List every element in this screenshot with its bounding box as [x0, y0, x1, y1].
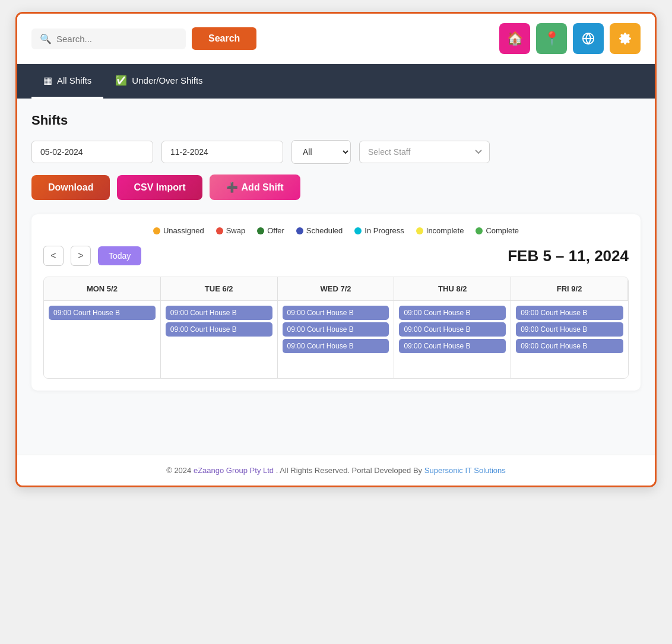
legend-unassigned: Unassigned: [153, 226, 204, 235]
legend-incomplete: Incomplete: [416, 226, 464, 235]
next-week-button[interactable]: >: [71, 246, 91, 266]
filters-row: All Select Staff: [31, 140, 641, 164]
day-header-thu: THU 8/2: [394, 277, 511, 301]
incomplete-dot: [416, 227, 423, 234]
legend-offer: Offer: [257, 226, 284, 235]
legend-swap: Swap: [216, 226, 246, 235]
day-header-tue: TUE 6/2: [161, 277, 278, 301]
globe-nav-button[interactable]: [573, 23, 604, 54]
tabs-bar: ▦ All Shifts ✅ Under/Over Shifts: [17, 64, 655, 99]
day-cell-thu: 09:00 Court House B 09:00 Court House B …: [394, 301, 511, 378]
day-cell-tue: 09:00 Court House B 09:00 Court House B: [161, 301, 278, 378]
date-to-input[interactable]: [161, 141, 283, 163]
day-cell-mon: 09:00 Court House B: [44, 301, 161, 378]
search-area: 🔍 Search: [31, 27, 256, 50]
legend-inprogress: In Progress: [354, 226, 404, 235]
csv-import-button[interactable]: CSV Import: [117, 175, 202, 200]
footer: © 2024 eZaango Group Pty Ltd . All Right…: [17, 455, 655, 486]
home-nav-button[interactable]: 🏠: [499, 23, 530, 54]
legend: Unassigned Swap Offer Scheduled In Progr…: [43, 226, 629, 235]
list-item[interactable]: 09:00 Court House B: [516, 339, 623, 353]
complete-dot: [476, 227, 483, 234]
select-staff-dropdown[interactable]: Select Staff: [359, 141, 490, 163]
tab-all-shifts[interactable]: ▦ All Shifts: [31, 64, 103, 99]
inprogress-dot: [354, 227, 362, 234]
day-header-wed: WED 7/2: [278, 277, 395, 301]
swap-dot: [216, 227, 223, 234]
page-title: Shifts: [31, 113, 641, 128]
search-button[interactable]: Search: [192, 27, 256, 50]
check-circle-icon: ✅: [115, 75, 127, 86]
legend-scheduled: Scheduled: [296, 226, 343, 235]
legend-complete: Complete: [476, 226, 519, 235]
status-select[interactable]: All: [291, 140, 351, 164]
search-input[interactable]: [56, 34, 175, 44]
download-button[interactable]: Download: [31, 175, 110, 200]
footer-copyright: © 2024: [166, 466, 191, 475]
list-item[interactable]: 09:00 Court House B: [399, 306, 506, 320]
add-shift-button[interactable]: ➕ Add Shift: [210, 175, 300, 200]
calendar-grid: MON 5/2 TUE 6/2 WED 7/2 THU 8/2 FRI 9/2 …: [43, 277, 629, 379]
footer-company-link[interactable]: eZaango Group Pty Ltd: [194, 466, 274, 475]
day-cell-fri: 09:00 Court House B 09:00 Court House B …: [511, 301, 628, 378]
list-item[interactable]: 09:00 Court House B: [283, 322, 389, 337]
table-icon: ▦: [43, 75, 52, 86]
day-header-fri: FRI 9/2: [511, 277, 628, 301]
location-nav-button[interactable]: 📍: [536, 23, 567, 54]
footer-rights-text: . All Rights Reserved. Portal Developed …: [276, 466, 422, 475]
prev-week-button[interactable]: <: [43, 246, 64, 266]
list-item[interactable]: 09:00 Court House B: [166, 322, 272, 337]
plus-icon: ➕: [226, 182, 238, 193]
list-item[interactable]: 09:00 Court House B: [166, 306, 272, 320]
actions-row: Download CSV Import ➕ Add Shift: [31, 175, 641, 200]
calendar-section: Unassigned Swap Offer Scheduled In Progr…: [31, 214, 641, 391]
search-icon: 🔍: [40, 33, 52, 45]
settings-nav-button[interactable]: [610, 23, 641, 54]
list-item[interactable]: 09:00 Court House B: [283, 306, 389, 320]
list-item[interactable]: 09:00 Court House B: [516, 306, 623, 320]
list-item[interactable]: 09:00 Court House B: [399, 339, 506, 353]
day-header-mon: MON 5/2: [44, 277, 161, 301]
offer-dot: [257, 227, 264, 234]
unassigned-dot: [153, 227, 160, 234]
search-input-wrap: 🔍: [31, 28, 186, 49]
list-item[interactable]: 09:00 Court House B: [49, 306, 156, 320]
nav-icons: 🏠 📍: [499, 23, 641, 54]
calendar-nav: < > Today FEB 5 – 11, 2024: [43, 246, 629, 266]
list-item[interactable]: 09:00 Court House B: [283, 339, 389, 353]
app-wrapper: 🔍 Search 🏠 📍 ▦ All Shifts ✅ Under/Over S…: [15, 12, 657, 487]
day-cell-wed: 09:00 Court House B 09:00 Court House B …: [278, 301, 395, 378]
tab-under-over-shifts[interactable]: ✅ Under/Over Shifts: [103, 64, 214, 99]
header: 🔍 Search 🏠 📍: [17, 14, 655, 64]
footer-developer-link[interactable]: Supersonic IT Solutions: [424, 466, 506, 475]
today-button[interactable]: Today: [98, 246, 141, 265]
list-item[interactable]: 09:00 Court House B: [516, 322, 623, 337]
date-range-label: FEB 5 – 11, 2024: [508, 247, 629, 265]
date-from-input[interactable]: [31, 141, 153, 163]
main-content: Shifts All Select Staff Download CSV Imp…: [17, 99, 655, 455]
list-item[interactable]: 09:00 Court House B: [399, 322, 506, 337]
scheduled-dot: [296, 227, 303, 234]
